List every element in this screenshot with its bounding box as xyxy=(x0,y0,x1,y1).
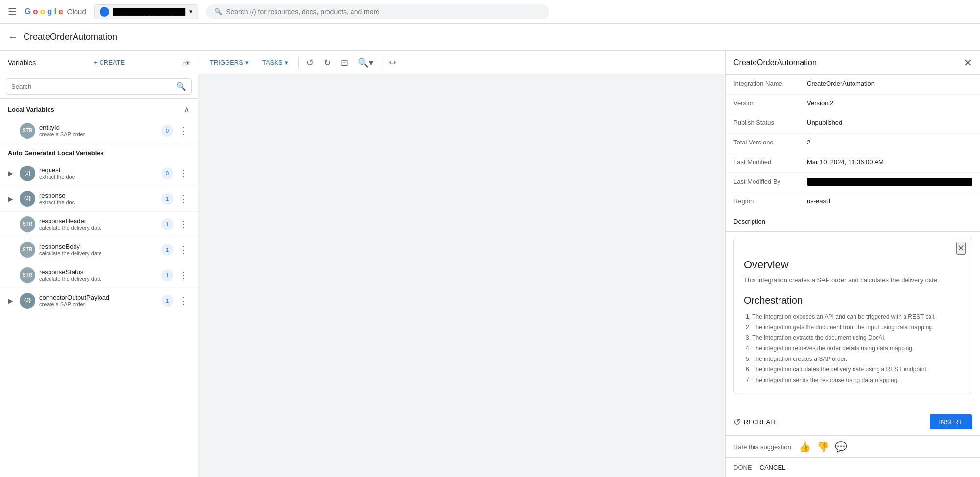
rating-row: Rate this suggestion: 👍 👎 💬 xyxy=(726,436,980,458)
description-label: Description xyxy=(733,218,765,225)
thumbs-up-button[interactable]: 👍 xyxy=(799,441,811,453)
overview-content: Overview This integration creates a SAP … xyxy=(734,259,972,394)
top-search-input[interactable] xyxy=(226,8,541,16)
zoom-button[interactable]: 🔍▾ xyxy=(354,54,377,71)
last-modified-value: Mar 10, 2024, 11:36:00 AM xyxy=(807,158,972,166)
region-value: us-east1 xyxy=(807,197,972,205)
var-info: request extract the doc xyxy=(39,167,157,180)
auto-generated-section-header[interactable]: Auto Generated Local Variables xyxy=(0,143,198,161)
var-info: response extract the doc xyxy=(39,192,157,205)
region-label: Region xyxy=(733,197,807,205)
more-options-icon[interactable]: ⋮ xyxy=(177,191,190,206)
expand-icon[interactable]: ▶ xyxy=(8,195,16,203)
panel-header: CreateOrderAutomation ✕ xyxy=(726,51,980,75)
orchestration-title: Orchestration xyxy=(744,295,962,306)
var-type-badge: STR xyxy=(20,123,35,139)
canvas-body[interactable] xyxy=(198,74,725,477)
tasks-button[interactable]: TASKS ▾ xyxy=(256,56,294,69)
orchestration-item-7: 7. The integration sends the response us… xyxy=(746,375,962,386)
var-info: responseBody calculate the delivery date xyxy=(39,243,157,256)
expand-icon[interactable]: ▶ xyxy=(8,169,16,177)
info-row-last-modified-by: Last Modified By xyxy=(726,173,980,192)
insert-button[interactable]: INSERT xyxy=(930,414,972,429)
var-name: entityId xyxy=(39,124,157,131)
orchestration-item-1: 1. The integration exposes an API and ca… xyxy=(746,312,962,323)
var-name: response xyxy=(39,192,157,199)
var-desc: calculate the delivery date xyxy=(39,276,157,282)
sidebar-toolbar: Variables + CREATE ⇥ xyxy=(0,51,198,74)
list-item: ▶ {J} response extract the doc 1 ⋮ xyxy=(0,186,198,212)
search-icon: 🔍 xyxy=(176,82,186,91)
project-selector[interactable]: ████████████████ ▾ xyxy=(94,4,198,19)
description-section: Description xyxy=(726,212,980,232)
var-count-badge: 0 xyxy=(161,125,173,137)
var-count-badge: 1 xyxy=(161,244,173,256)
comment-button[interactable]: 💬 xyxy=(835,441,847,453)
integration-name-value: CreateOrderAutomation xyxy=(807,80,972,87)
page-title: CreateOrderAutomation xyxy=(24,32,117,42)
search-container: 🔍 xyxy=(0,74,198,99)
top-nav: ☰ Google Cloud ████████████████ ▾ 🔍 xyxy=(0,0,980,24)
var-desc: create a SAP order xyxy=(39,131,157,137)
more-options-icon[interactable]: ⋮ xyxy=(177,293,190,308)
var-type-badge: {J} xyxy=(20,293,35,309)
more-options-icon[interactable]: ⋮ xyxy=(177,268,190,283)
var-name: connectorOutputPayload xyxy=(39,294,157,301)
total-versions-label: Total Versions xyxy=(733,139,807,146)
variables-sidebar: Variables + CREATE ⇥ 🔍 Local Variables ∧… xyxy=(0,51,198,477)
pen-tool-button[interactable]: ✏ xyxy=(385,54,401,71)
thumbs-down-button[interactable]: 👎 xyxy=(817,441,829,453)
create-button[interactable]: + CREATE xyxy=(94,59,125,66)
collapse-section-icon: ∧ xyxy=(184,105,190,114)
last-modified-by-value xyxy=(807,178,972,186)
orchestration-item-4: 4. The integration retrieves the order d… xyxy=(746,343,962,354)
integration-name-label: Integration Name xyxy=(733,80,807,87)
cancel-button[interactable]: CANCEL xyxy=(760,464,786,471)
right-panel: CreateOrderAutomation ✕ Integration Name… xyxy=(725,51,980,477)
orchestration-item-3: 3. The integration extracts the document… xyxy=(746,333,962,344)
var-count-badge: 0 xyxy=(161,167,173,179)
project-name: ████████████████ xyxy=(113,8,185,15)
overview-card: ✕ Overview This integration creates a SA… xyxy=(733,238,972,394)
more-options-icon[interactable]: ⋮ xyxy=(177,217,190,232)
list-item: ▶ {J} connectorOutputPayload create a SA… xyxy=(0,288,198,313)
top-search-bar[interactable]: 🔍 xyxy=(206,4,549,19)
overview-card-close-button[interactable]: ✕ xyxy=(956,242,966,255)
done-button[interactable]: DONE xyxy=(733,464,752,471)
panel-footer: DONE CANCEL xyxy=(726,458,980,477)
recreate-icon: ↺ xyxy=(733,417,741,428)
hamburger-menu[interactable]: ☰ xyxy=(4,2,21,22)
close-panel-button[interactable]: ✕ xyxy=(964,57,972,69)
search-input-wrap: 🔍 xyxy=(6,78,192,95)
collapse-icon[interactable]: ⇥ xyxy=(182,57,190,68)
var-count-badge: 1 xyxy=(161,295,173,307)
expand-icon[interactable]: ▶ xyxy=(8,297,16,305)
total-versions-value: 2 xyxy=(807,139,972,146)
canvas-area: TRIGGERS ▾ TASKS ▾ ↺ ↻ ⊟ 🔍▾ ✏ xyxy=(198,51,725,477)
more-options-icon[interactable]: ⋮ xyxy=(177,166,190,181)
project-dot-icon xyxy=(100,7,109,17)
recreate-button[interactable]: ↺ RECREATE xyxy=(733,417,778,428)
triggers-button[interactable]: TRIGGERS ▾ xyxy=(204,56,254,69)
layout-button[interactable]: ⊟ xyxy=(337,54,352,71)
redo-button[interactable]: ↻ xyxy=(320,54,335,71)
undo-button[interactable]: ↺ xyxy=(302,54,318,71)
info-row-region: Region us-east1 xyxy=(726,192,980,212)
more-options-icon[interactable]: ⋮ xyxy=(177,123,190,138)
publish-status-label: Publish Status xyxy=(733,119,807,126)
var-name: responseBody xyxy=(39,243,157,250)
list-item: ▶ {J} request extract the doc 0 ⋮ xyxy=(0,161,198,186)
var-type-badge: STR xyxy=(20,216,35,232)
var-name: responseHeader xyxy=(39,217,157,225)
rating-label: Rate this suggestion: xyxy=(733,443,793,451)
var-name: request xyxy=(39,167,157,174)
var-count-badge: 1 xyxy=(161,218,173,230)
var-desc: create a SAP order xyxy=(39,301,157,307)
panel-scroll: Integration Name CreateOrderAutomation V… xyxy=(726,75,980,408)
orchestration-list: 1. The integration exposes an API and ca… xyxy=(744,312,962,386)
local-variables-section-header[interactable]: Local Variables ∧ xyxy=(0,99,198,118)
search-input[interactable] xyxy=(11,83,173,90)
var-info: entityId create a SAP order xyxy=(39,124,157,137)
back-arrow-icon[interactable]: ← xyxy=(8,31,18,43)
more-options-icon[interactable]: ⋮ xyxy=(177,242,190,257)
